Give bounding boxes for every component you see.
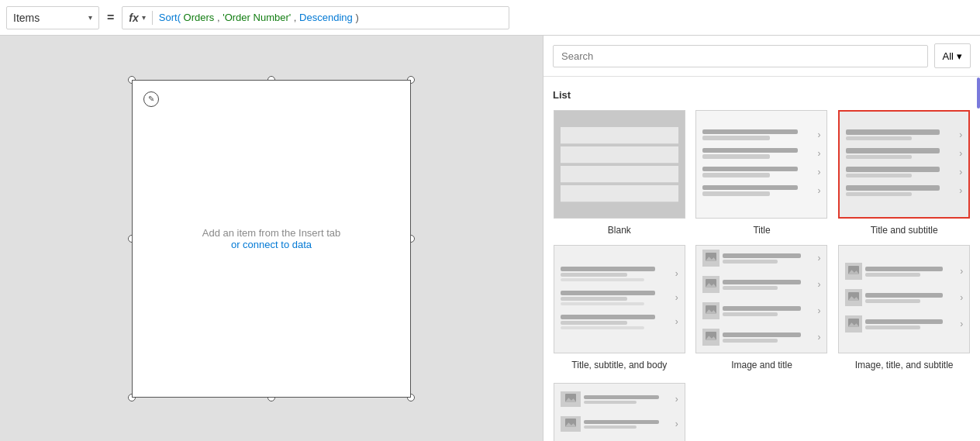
it-img-1 xyxy=(702,250,719,267)
tsb-line2-2 xyxy=(561,297,627,301)
templates-grid-2: › › xyxy=(553,383,971,441)
template-title-subtitle-preview: › › xyxy=(838,110,970,219)
ts-line-short-1 xyxy=(846,136,912,140)
canvas-box: ✎ Add an item from the Insert tab or con… xyxy=(132,80,411,398)
template-image-title-subtitle[interactable]: › › xyxy=(837,245,971,370)
formula-close-paren: ) xyxy=(355,12,358,23)
ts-lines-4 xyxy=(846,185,956,196)
search-input[interactable] xyxy=(553,45,928,67)
tsb-line3-2 xyxy=(561,302,644,305)
formula-comma2: , xyxy=(294,12,299,23)
template-tsb-label: Title, subtitle, and body xyxy=(571,360,667,370)
it-row-1: › xyxy=(702,250,820,267)
extra1-img-1 xyxy=(561,391,581,407)
ts-arrow-3: › xyxy=(959,167,962,177)
its-img-1 xyxy=(845,263,862,280)
title-row-1: › xyxy=(702,129,820,140)
connect-data-link[interactable]: or connect to data xyxy=(231,239,312,250)
blank-row-4 xyxy=(561,185,678,202)
formula-bar[interactable]: fx ▾ Sort( Orders , 'Order Number' , Des… xyxy=(122,6,509,29)
template-title-subtitle-body[interactable]: › › xyxy=(553,245,686,370)
title-arrow-2: › xyxy=(817,148,820,159)
it-line-1 xyxy=(723,253,800,258)
ts-lines-2 xyxy=(846,148,956,159)
tsb-line2-1 xyxy=(561,273,627,277)
it-lines-3 xyxy=(723,306,814,316)
it-arrow-3: › xyxy=(817,305,820,316)
it-img-4 xyxy=(702,329,719,346)
it-img-3 xyxy=(702,302,719,319)
formula-orders-arg: Orders xyxy=(184,12,215,23)
its-line2-2 xyxy=(865,299,920,303)
its-line1-1 xyxy=(865,267,943,271)
extra1-line-1 xyxy=(584,395,659,399)
it-line-5 xyxy=(723,306,800,311)
template-title-preview: › › xyxy=(695,110,827,219)
title-row-4: › xyxy=(702,185,820,196)
its-img-2 xyxy=(845,289,862,306)
title-lines-2 xyxy=(702,148,814,159)
template-it-preview: › › xyxy=(695,245,827,353)
template-extra-1[interactable]: › › xyxy=(553,383,686,441)
blank-row-2 xyxy=(561,146,678,164)
tsb-row-3: › xyxy=(561,315,678,329)
template-its-preview: › › xyxy=(838,245,970,353)
extra1-arrow-1: › xyxy=(675,394,678,405)
its-line2-1 xyxy=(865,273,920,277)
blank-row-1 xyxy=(561,127,678,144)
tsb-line3-3 xyxy=(561,326,644,329)
template-title-subtitle[interactable]: › › xyxy=(837,110,971,236)
extra1-line-4 xyxy=(584,425,637,429)
it-lines-2 xyxy=(723,280,814,290)
equals-symbol: = xyxy=(102,11,119,25)
template-it-label: Image and title xyxy=(731,360,792,370)
section-list-label: List xyxy=(553,89,971,101)
title-row-2: › xyxy=(702,148,820,159)
ts-line-short-3 xyxy=(846,174,912,177)
template-title[interactable]: › › xyxy=(695,110,829,236)
it-line-7 xyxy=(723,332,800,337)
ts-line-long-2 xyxy=(846,148,940,153)
it-lines-4 xyxy=(723,332,814,343)
title-lines-3 xyxy=(702,167,814,177)
title-line-short-2 xyxy=(702,154,769,159)
its-line1-3 xyxy=(865,319,943,324)
extra1-lines-1 xyxy=(584,395,672,404)
tsb-arrow-3: › xyxy=(675,316,678,327)
template-title-label: Title xyxy=(753,225,770,236)
it-line-4 xyxy=(723,286,778,290)
its-arrow-1: › xyxy=(960,266,963,277)
title-line-short-4 xyxy=(702,191,769,196)
filter-dropdown[interactable]: All ▾ xyxy=(934,43,971,68)
title-line-long-4 xyxy=(702,185,797,190)
edit-icon[interactable]: ✎ xyxy=(143,91,159,107)
it-img-2 xyxy=(702,276,719,293)
template-blank[interactable]: Blank xyxy=(553,110,686,236)
formula-descending-arg: Descending xyxy=(299,12,353,23)
title-line-long-3 xyxy=(702,167,797,171)
its-line1-2 xyxy=(865,293,943,298)
scroll-accent xyxy=(977,78,980,109)
ts-line-short-2 xyxy=(846,155,912,159)
it-row-2: › xyxy=(702,276,820,293)
toolbar: Items ▾ = fx ▾ Sort( Orders , 'Order Num… xyxy=(0,0,980,36)
items-dropdown[interactable]: Items ▾ xyxy=(6,6,99,29)
canvas-area: ✎ Add an item from the Insert tab or con… xyxy=(0,36,543,441)
formula-divider xyxy=(152,11,153,25)
tsb-line3-1 xyxy=(561,278,644,281)
it-line-3 xyxy=(723,280,800,284)
tsb-lines-2 xyxy=(561,291,672,305)
its-arrow-3: › xyxy=(960,319,963,329)
its-arrow-2: › xyxy=(960,292,963,303)
ts-row-1: › xyxy=(846,129,962,140)
ts-line-long-4 xyxy=(846,185,940,191)
ts-lines-3 xyxy=(846,167,956,177)
extra1-line-3 xyxy=(584,420,659,424)
tsb-line1-1 xyxy=(561,267,655,271)
canvas-message-text: Add an item from the Insert tab xyxy=(202,227,340,239)
ts-row-3: › xyxy=(846,167,962,177)
ts-line-long-3 xyxy=(846,167,940,172)
template-image-title[interactable]: › › xyxy=(695,245,829,370)
it-line-2 xyxy=(723,260,778,264)
formula-text: Sort( Orders , 'Order Number' , Descendi… xyxy=(159,12,359,23)
